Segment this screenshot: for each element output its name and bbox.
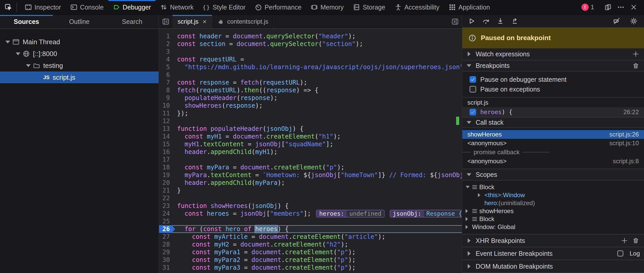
line-content[interactable]: const myH2 = document.createElement("h2"… xyxy=(175,241,462,248)
tab-storage[interactable]: Storage xyxy=(348,0,390,14)
line-number[interactable]: 2 xyxy=(159,40,175,48)
line-number[interactable]: 15 xyxy=(159,140,175,148)
chevron-down-icon[interactable] xyxy=(25,64,32,67)
tab-application[interactable]: Application xyxy=(444,0,494,14)
step-out-button[interactable] xyxy=(509,15,521,27)
line-content[interactable]: const section = document.querySelector("… xyxy=(175,40,462,48)
line-content[interactable]: } xyxy=(175,187,462,194)
line-number[interactable]: 5 xyxy=(159,63,175,71)
line-content[interactable]: header.appendChild(myPara); xyxy=(175,179,462,187)
line-content[interactable] xyxy=(175,194,462,202)
tab-inspector[interactable]: Inspector xyxy=(20,0,66,14)
line-content[interactable]: const myPara1 = document.createElement("… xyxy=(175,248,462,256)
line-content[interactable] xyxy=(175,71,462,79)
checkbox-checked[interactable] xyxy=(469,109,476,115)
scope-row-this-window[interactable]: <this>: Window xyxy=(462,191,644,199)
breakpoints-header[interactable]: Breakpoints xyxy=(462,60,644,72)
line-content[interactable] xyxy=(175,48,462,56)
tab-performance[interactable]: Performance xyxy=(250,0,306,14)
watch-expressions-header[interactable]: Watch expressions xyxy=(462,48,644,60)
line-number[interactable]: 4 xyxy=(159,56,175,63)
line-content[interactable]: function showHeroes(jsonObj) { xyxy=(175,202,462,210)
chevron-down-icon[interactable] xyxy=(14,52,22,55)
line-number[interactable]: 20 xyxy=(159,179,175,187)
scope-row-showheroes[interactable]: showHeroes xyxy=(462,207,644,215)
line-number[interactable]: 17 xyxy=(159,156,175,163)
line-number[interactable]: 6 xyxy=(159,71,175,79)
chevron-right-icon[interactable] xyxy=(465,209,472,213)
breakpoint-item[interactable]: heroes) {26:22 xyxy=(462,107,644,117)
line-content[interactable] xyxy=(175,156,462,163)
line-content[interactable] xyxy=(175,217,462,225)
line-number[interactable]: 22 xyxy=(159,194,175,202)
source-tree-item-testing[interactable]: testing xyxy=(0,60,159,71)
call-stack-header[interactable]: Call stack xyxy=(462,117,644,128)
split-window-button[interactable] xyxy=(604,3,612,11)
line-number[interactable]: 31 xyxy=(159,264,175,271)
line-content[interactable]: }); xyxy=(175,110,462,117)
line-number[interactable]: 16 xyxy=(159,148,175,156)
line-number[interactable]: 10 xyxy=(159,102,175,110)
source-tree-item-8000[interactable]: [::]:8000 xyxy=(0,48,159,60)
pick-element-button[interactable] xyxy=(0,0,16,14)
tab-style-editor[interactable]: {}Style Editor xyxy=(198,0,250,14)
step-in-button[interactable] xyxy=(494,15,507,27)
line-number[interactable]: 24 xyxy=(159,210,175,217)
chevron-right-icon[interactable] xyxy=(465,217,472,221)
remove-xhr-breakpoints-button[interactable] xyxy=(632,236,640,245)
line-content[interactable]: header.appendChild(myH1); xyxy=(175,148,462,156)
line-content[interactable]: const header = document.querySelector("h… xyxy=(175,32,462,40)
tab-network[interactable]: Network xyxy=(155,0,198,14)
inline-preview-badge[interactable]: jsonObj:Response { type: "co xyxy=(390,210,462,217)
call-stack-frame-showheroes[interactable]: showHeroesscript.js:26 xyxy=(462,130,644,139)
tab-sources[interactable]: Sources xyxy=(0,15,53,28)
log-events-checkbox[interactable] xyxy=(617,250,623,257)
editor-tab-contentscript-js[interactable]: contentscript.js xyxy=(212,15,274,28)
line-number[interactable]: 3 xyxy=(159,48,175,56)
scope-row-window-global[interactable]: Window: Global xyxy=(462,223,644,231)
line-number[interactable]: 13 xyxy=(159,125,175,133)
dom-mutation-breakpoints-header[interactable]: DOM Mutation Breakpoints xyxy=(462,260,644,273)
line-number[interactable]: 29 xyxy=(159,248,175,256)
line-number[interactable]: 19 xyxy=(159,171,175,179)
line-number[interactable]: 23 xyxy=(159,202,175,210)
tab-debugger[interactable]: Debugger xyxy=(108,0,156,14)
add-xhr-breakpoint-button[interactable] xyxy=(620,236,629,245)
line-number[interactable]: 7 xyxy=(159,79,175,86)
close-tab-icon[interactable]: × xyxy=(203,18,206,25)
code-editor[interactable]: 1const header = document.querySelector("… xyxy=(159,29,462,273)
line-content[interactable]: const myH1 = document.createElement("h1"… xyxy=(175,133,462,140)
chevron-right-icon[interactable] xyxy=(478,193,484,197)
line-content[interactable]: fetch(requestURL).then((response) => { xyxy=(175,86,462,94)
tab-console[interactable]: Console xyxy=(66,0,108,14)
line-number[interactable]: 21 xyxy=(159,187,175,194)
checkbox[interactable] xyxy=(469,86,476,93)
checkbox-checked[interactable] xyxy=(469,76,476,83)
line-number[interactable]: 28 xyxy=(159,241,175,248)
line-number[interactable]: 18 xyxy=(159,163,175,171)
line-content[interactable]: const myArticle = document.createElement… xyxy=(175,233,462,241)
line-content[interactable] xyxy=(175,117,462,125)
line-number[interactable]: 14 xyxy=(159,133,175,140)
line-number[interactable]: 25 xyxy=(159,217,175,225)
scopes-header[interactable]: Scopes xyxy=(462,169,644,180)
line-content[interactable]: const response = fetch(requestURL); xyxy=(175,79,462,86)
scope-row-block[interactable]: Block xyxy=(462,215,644,223)
source-tree-item-script-js[interactable]: JSscript.js xyxy=(0,71,159,83)
meatballs-menu-button[interactable] xyxy=(617,3,625,11)
event-listener-breakpoints-header[interactable]: Event Listener Breakpoints Log xyxy=(462,247,644,260)
scope-row-block[interactable]: Block xyxy=(462,183,644,191)
tab-memory[interactable]: Memory xyxy=(306,0,348,14)
line-content[interactable]: const myPara = document.createElement("p… xyxy=(175,163,462,171)
expand-panes-button[interactable] xyxy=(448,15,462,28)
chevron-down-icon[interactable] xyxy=(465,186,472,188)
tab-outline[interactable]: Outline xyxy=(53,15,106,28)
line-number[interactable]: 9 xyxy=(159,94,175,102)
editor-tab-script-js[interactable]: script.js× xyxy=(172,15,212,28)
add-watch-expression-button[interactable] xyxy=(632,50,640,58)
xhr-breakpoints-header[interactable]: XHR Breakpoints xyxy=(462,234,644,247)
tab-search[interactable]: Search xyxy=(106,15,159,28)
line-content[interactable]: const requestURL = xyxy=(175,56,462,63)
line-content[interactable]: "https://mdn.github.io/learning-area/jav… xyxy=(175,63,462,71)
call-stack-frame-anonymous[interactable]: <anonymous>script.js:8 xyxy=(462,157,644,166)
